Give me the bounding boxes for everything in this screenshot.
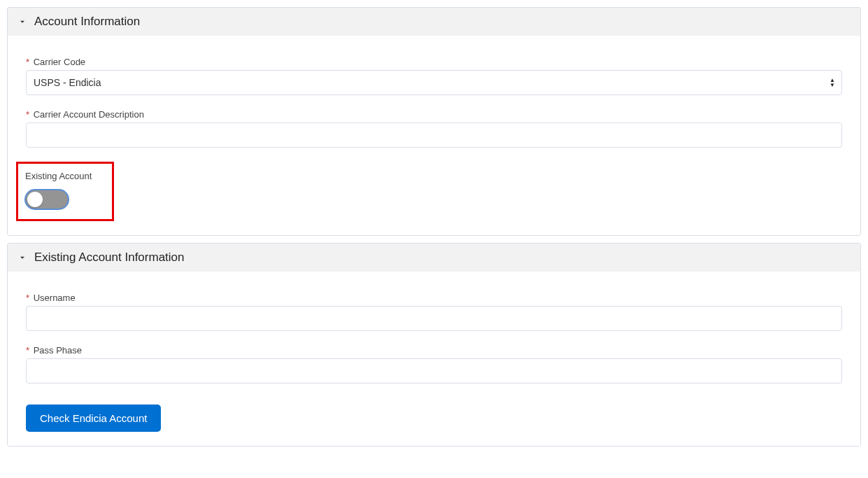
check-endicia-button[interactable]: Check Endicia Account [26,405,161,432]
account-information-section: Account Information * Carrier Code USPS … [7,7,861,236]
username-label: * Username [26,293,842,303]
passphase-group: * Pass Phase [26,345,842,384]
toggle-knob [27,192,43,207]
carrier-code-select[interactable]: USPS - Endicia [26,70,842,95]
required-asterisk: * [26,57,29,67]
passphase-label-text: Pass Phase [34,345,82,356]
username-label-text: Username [34,293,76,303]
account-information-header[interactable]: Account Information [8,8,860,36]
passphase-label: * Pass Phase [26,345,842,356]
carrier-desc-input[interactable] [26,122,842,148]
required-asterisk: * [26,345,29,356]
carrier-code-select-wrapper: USPS - Endicia ▲ ▼ [26,70,842,95]
existing-account-body: * Username * Pass Phase Check Endicia Ac… [8,272,860,446]
existing-account-toggle[interactable] [25,190,69,209]
account-information-body: * Carrier Code USPS - Endicia ▲ ▼ * Carr… [8,36,860,235]
existing-account-section: Existing Account Information * Username … [7,243,861,447]
username-group: * Username [26,293,842,331]
section-title: Existing Account Information [34,251,185,265]
passphase-input[interactable] [26,358,842,384]
carrier-code-group: * Carrier Code USPS - Endicia ▲ ▼ [26,57,842,95]
required-asterisk: * [26,109,29,120]
carrier-code-label: * Carrier Code [26,57,842,67]
carrier-desc-group: * Carrier Account Description [26,109,842,148]
chevron-down-icon [17,253,27,262]
section-title: Account Information [34,15,140,29]
chevron-down-icon [17,17,27,27]
existing-account-header[interactable]: Existing Account Information [8,244,860,272]
carrier-desc-label: * Carrier Account Description [26,109,842,120]
carrier-desc-label-text: Carrier Account Description [34,109,144,120]
carrier-code-label-text: Carrier Code [34,57,85,67]
required-asterisk: * [26,293,29,303]
existing-account-highlight: Existing Account [16,162,114,221]
username-input[interactable] [26,306,842,331]
existing-account-label: Existing Account [25,171,105,181]
